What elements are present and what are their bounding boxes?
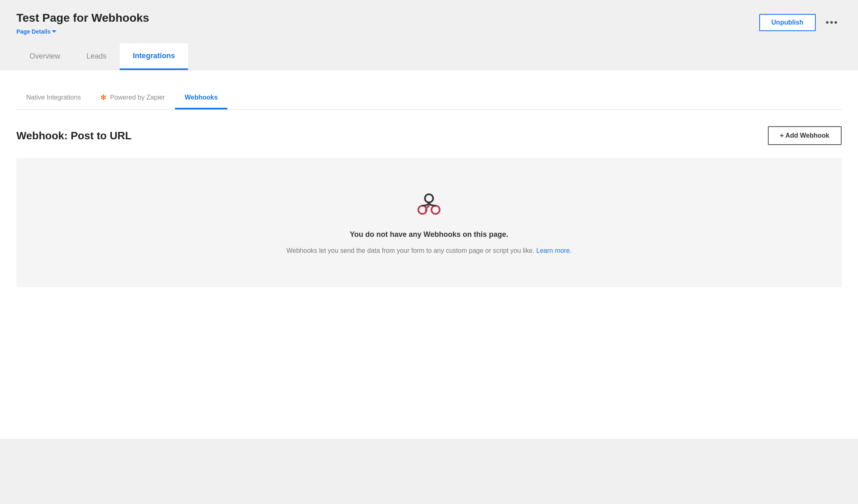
tab-integrations[interactable]: Integrations [120,43,188,70]
svg-point-1 [431,206,440,214]
page-header: Test Page for Webhooks Page Details Unpu… [0,0,858,35]
webhook-header: Webhook: Post to URL + Add Webhook [16,126,842,145]
learn-more-link[interactable]: Learn more. [536,247,572,254]
svg-point-2 [425,194,433,202]
main-content: Native Integrations ✻ Powered by Zapier … [0,70,858,439]
empty-state-title: You do not have any Webhooks on this pag… [350,230,508,239]
webhook-section-title: Webhook: Post to URL [16,129,132,142]
tab-overview[interactable]: Overview [16,43,73,70]
header-actions: Unpublish ••• [759,11,842,31]
zapier-star-icon: ✻ [100,93,107,102]
top-tabs: Overview Leads Integrations [0,43,858,70]
empty-state-description: Webhooks let you send the data from your… [286,247,572,254]
sub-tab-webhooks[interactable]: Webhooks [175,87,228,109]
sub-tab-native-integrations[interactable]: Native Integrations [16,87,91,109]
page-details-label: Page Details [16,28,50,35]
add-webhook-button[interactable]: + Add Webhook [768,126,842,145]
page-title: Test Page for Webhooks [16,11,149,25]
page-title-area: Test Page for Webhooks Page Details [16,11,149,35]
tab-leads[interactable]: Leads [73,43,120,70]
chevron-down-icon [52,30,56,33]
more-options-button[interactable]: ••• [822,15,842,30]
sub-tab-zapier[interactable]: ✻ Powered by Zapier [91,86,175,110]
unpublish-button[interactable]: Unpublish [759,14,816,31]
sub-tabs: Native Integrations ✻ Powered by Zapier … [16,86,842,110]
empty-state: You do not have any Webhooks on this pag… [16,158,842,287]
page-details-link[interactable]: Page Details [16,28,56,35]
webhook-icon [414,191,444,219]
